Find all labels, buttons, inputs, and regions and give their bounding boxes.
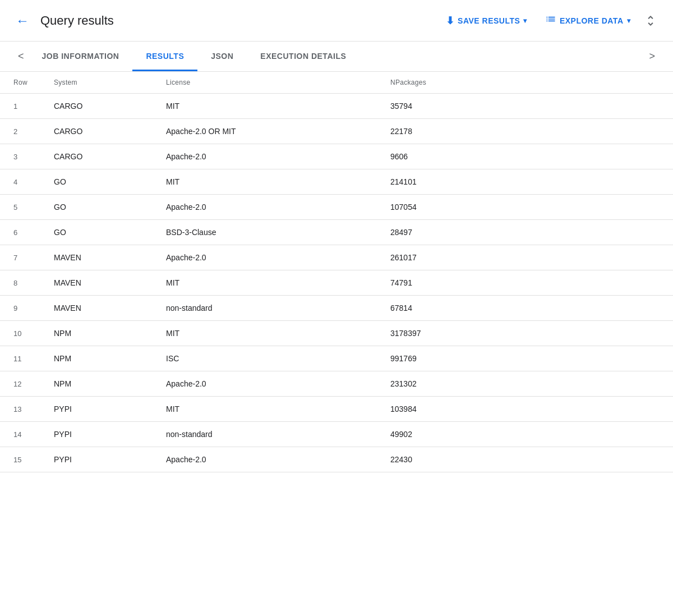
results-table-container: Row System License NPackages 1CARGOMIT35… (0, 72, 673, 472)
cell-license: Apache-2.0 (157, 195, 381, 220)
tab-job-information[interactable]: JOB INFORMATION (29, 43, 133, 71)
results-table: Row System License NPackages 1CARGOMIT35… (0, 72, 673, 472)
cell-row-number: 7 (0, 245, 45, 270)
cell-row-number: 8 (0, 270, 45, 296)
back-button[interactable]: ← (13, 11, 31, 31)
cell-license: MIT (157, 169, 381, 195)
col-header-npackages: NPackages (381, 72, 673, 94)
cell-npackages: 214101 (381, 169, 673, 195)
tabs-bar: < JOB INFORMATION RESULTS JSON EXECUTION… (0, 42, 673, 72)
cell-npackages: 22178 (381, 119, 673, 144)
cell-npackages: 49902 (381, 422, 673, 447)
cell-license: non-standard (157, 296, 381, 321)
cell-system: MAVEN (45, 270, 157, 296)
table-row: 12NPMApache-2.0231302 (0, 371, 673, 397)
table-row: 6GOBSD-3-Clause28497 (0, 220, 673, 245)
cell-row-number: 12 (0, 371, 45, 397)
table-row: 2CARGOApache-2.0 OR MIT22178 (0, 119, 673, 144)
cell-npackages: 22430 (381, 447, 673, 472)
cell-license: MIT (157, 94, 381, 119)
cell-license: non-standard (157, 422, 381, 447)
cell-npackages: 991769 (381, 346, 673, 371)
cell-row-number: 4 (0, 169, 45, 195)
header-actions: ⬇ SAVE RESULTS ▾ EXPLORE DATA ▾ (439, 9, 660, 32)
cell-row-number: 6 (0, 220, 45, 245)
col-header-license: License (157, 72, 381, 94)
cell-license: Apache-2.0 (157, 144, 381, 169)
cell-row-number: 9 (0, 296, 45, 321)
cell-license: Apache-2.0 OR MIT (157, 119, 381, 144)
cell-npackages: 231302 (381, 371, 673, 397)
cell-license: Apache-2.0 (157, 447, 381, 472)
cell-system: GO (45, 220, 157, 245)
save-icon: ⬇ (446, 15, 455, 27)
cell-system: MAVEN (45, 296, 157, 321)
cell-license: MIT (157, 270, 381, 296)
tab-json[interactable]: JSON (197, 43, 247, 71)
tab-prev-icon: < (18, 50, 24, 62)
cell-system: PYPI (45, 422, 157, 447)
cell-system: CARGO (45, 119, 157, 144)
cell-system: NPM (45, 371, 157, 397)
tab-prev-button[interactable]: < (13, 42, 29, 71)
cell-npackages: 103984 (381, 397, 673, 422)
cell-row-number: 15 (0, 447, 45, 472)
explore-chevron-icon: ▾ (627, 17, 631, 25)
tab-next-button[interactable]: > (644, 42, 660, 71)
cell-system: CARGO (45, 94, 157, 119)
cell-system: GO (45, 169, 157, 195)
cell-system: GO (45, 195, 157, 220)
cell-row-number: 5 (0, 195, 45, 220)
explore-data-label: EXPLORE DATA (560, 16, 624, 25)
cell-npackages: 261017 (381, 245, 673, 270)
col-header-system: System (45, 72, 157, 94)
table-header-row: Row System License NPackages (0, 72, 673, 94)
table-row: 4GOMIT214101 (0, 169, 673, 195)
page-title: Query results (40, 13, 114, 28)
table-row: 3CARGOApache-2.09606 (0, 144, 673, 169)
table-row: 1CARGOMIT35794 (0, 94, 673, 119)
cell-license: MIT (157, 397, 381, 422)
cell-row-number: 10 (0, 321, 45, 346)
table-row: 15PYPIApache-2.022430 (0, 447, 673, 472)
table-row: 9MAVENnon-standard67814 (0, 296, 673, 321)
cell-system: MAVEN (45, 245, 157, 270)
cell-license: Apache-2.0 (157, 371, 381, 397)
sort-button[interactable] (642, 12, 660, 30)
table-row: 7MAVENApache-2.0261017 (0, 245, 673, 270)
cell-row-number: 1 (0, 94, 45, 119)
cell-npackages: 35794 (381, 94, 673, 119)
cell-system: PYPI (45, 397, 157, 422)
cell-npackages: 107054 (381, 195, 673, 220)
cell-row-number: 3 (0, 144, 45, 169)
cell-license: BSD-3-Clause (157, 220, 381, 245)
cell-npackages: 3178397 (381, 321, 673, 346)
table-row: 10NPMMIT3178397 (0, 321, 673, 346)
table-row: 8MAVENMIT74791 (0, 270, 673, 296)
cell-npackages: 74791 (381, 270, 673, 296)
cell-system: NPM (45, 346, 157, 371)
save-results-button[interactable]: ⬇ SAVE RESULTS ▾ (439, 10, 534, 31)
explore-icon (545, 13, 556, 27)
table-row: 5GOApache-2.0107054 (0, 195, 673, 220)
cell-row-number: 2 (0, 119, 45, 144)
tab-results[interactable]: RESULTS (132, 43, 197, 71)
cell-row-number: 14 (0, 422, 45, 447)
cell-npackages: 28497 (381, 220, 673, 245)
cell-npackages: 9606 (381, 144, 673, 169)
save-results-label: SAVE RESULTS (458, 16, 520, 25)
col-header-row: Row (0, 72, 45, 94)
tab-next-icon: > (649, 50, 655, 62)
cell-system: NPM (45, 321, 157, 346)
cell-license: Apache-2.0 (157, 245, 381, 270)
explore-data-button[interactable]: EXPLORE DATA ▾ (538, 9, 637, 32)
page-header: ← Query results ⬇ SAVE RESULTS ▾ EXPLORE… (0, 0, 673, 42)
cell-row-number: 11 (0, 346, 45, 371)
cell-system: CARGO (45, 144, 157, 169)
table-row: 14PYPInon-standard49902 (0, 422, 673, 447)
cell-system: PYPI (45, 447, 157, 472)
table-row: 13PYPIMIT103984 (0, 397, 673, 422)
table-row: 11NPMISC991769 (0, 346, 673, 371)
tab-execution-details[interactable]: EXECUTION DETAILS (247, 43, 359, 71)
cell-row-number: 13 (0, 397, 45, 422)
